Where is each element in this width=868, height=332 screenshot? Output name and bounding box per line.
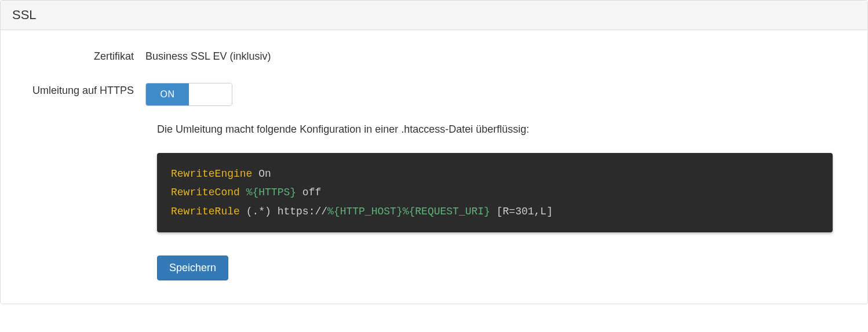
toggle-on-label: ON	[146, 83, 189, 105]
https-redirect-toggle[interactable]: ON	[145, 83, 232, 106]
code-token: [R=301,L]	[490, 206, 553, 217]
code-token: %{HTTP_HOST}%{REQUEST_URI}	[327, 206, 490, 217]
panel-title: SSL	[1, 1, 867, 30]
redirect-info-text: Die Umleitung macht folgende Konfigurati…	[157, 123, 833, 136]
certificate-value: Business SSL EV (inklusiv)	[145, 48, 856, 63]
certificate-label: Zertifikat	[12, 48, 145, 63]
htaccess-code-block: RewriteEngine On RewriteCond %{HTTPS} of…	[157, 153, 833, 232]
redirect-row: Umleitung auf HTTPS ON	[12, 80, 856, 106]
code-token: %{HTTPS}	[240, 187, 296, 198]
code-token: off	[296, 187, 321, 198]
toggle-off-space	[189, 83, 232, 105]
code-token: (.*) https://	[240, 206, 327, 217]
code-token: RewriteEngine	[171, 168, 252, 180]
code-token: On	[252, 168, 271, 180]
save-button[interactable]: Speichern	[157, 256, 228, 280]
ssl-panel: SSL Zertifikat Business SSL EV (inklusiv…	[0, 0, 868, 304]
certificate-row: Zertifikat Business SSL EV (inklusiv)	[12, 48, 856, 63]
code-token: RewriteRule	[171, 206, 240, 217]
code-token: RewriteCond	[171, 187, 240, 198]
redirect-label: Umleitung auf HTTPS	[12, 80, 145, 97]
panel-body: Zertifikat Business SSL EV (inklusiv) Um…	[1, 30, 867, 304]
